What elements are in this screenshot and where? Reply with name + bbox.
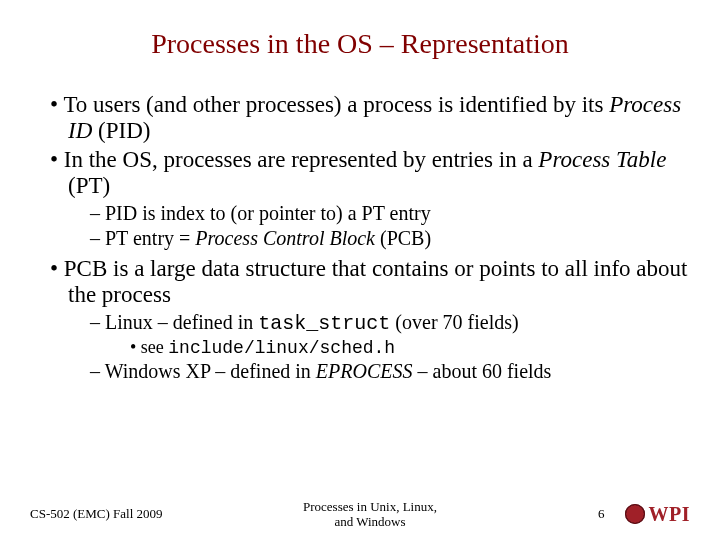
footer-course: CS-502 (EMC) Fall 2009 (30, 506, 210, 522)
text: PID is index to (or pointer to) a PT ent… (105, 202, 431, 224)
bullet-level2: Windows XP – defined in EPROCESS – about… (90, 360, 690, 383)
term-process-table: Process Table (538, 147, 666, 172)
text: Processes in Unix, Linux, (303, 499, 437, 514)
text: To users (and other processes) a process… (63, 92, 609, 117)
wpi-seal-icon (625, 504, 645, 524)
wpi-logo: WPI (625, 503, 691, 526)
text: Windows XP – defined in (105, 360, 316, 382)
bullet-level1: PCB is a large data structure that conta… (50, 256, 690, 309)
slide-title: Processes in the OS – Representation (30, 28, 690, 60)
text: – about 60 fields (413, 360, 552, 382)
text: PCB is a large data structure that conta… (64, 256, 688, 307)
bullet-level2: PID is index to (or pointer to) a PT ent… (90, 202, 690, 225)
text: (PT) (68, 173, 110, 198)
bullet-level2: PT entry = Process Control Block (PCB) (90, 227, 690, 250)
text: see (141, 337, 168, 357)
text: PT entry = (105, 227, 195, 249)
bullet-level1: To users (and other processes) a process… (50, 92, 690, 145)
text: and Windows (334, 514, 405, 529)
code-task-struct: task_struct (258, 312, 390, 335)
wpi-wordmark: WPI (649, 503, 691, 526)
bullet-level3: see include/linux/sched.h (130, 337, 690, 359)
text: In the OS, processes are represented by … (64, 147, 539, 172)
footer-right-group: 6 WPI (530, 503, 690, 526)
text: Linux – defined in (105, 311, 258, 333)
page-number: 6 (598, 506, 605, 522)
footer-topic: Processes in Unix, Linux, and Windows (270, 499, 470, 530)
bullet-level1: In the OS, processes are represented by … (50, 147, 690, 200)
bullet-level2: Linux – defined in task_struct (over 70 … (90, 311, 690, 335)
text: (PCB) (375, 227, 431, 249)
text: (PID) (92, 118, 150, 143)
slide-footer: CS-502 (EMC) Fall 2009 Processes in Unix… (0, 499, 720, 530)
term-eprocess: EPROCESS (316, 360, 413, 382)
text: (over 70 fields) (390, 311, 518, 333)
term-pcb: Process Control Block (195, 227, 375, 249)
code-include-path: include/linux/sched.h (168, 338, 395, 358)
